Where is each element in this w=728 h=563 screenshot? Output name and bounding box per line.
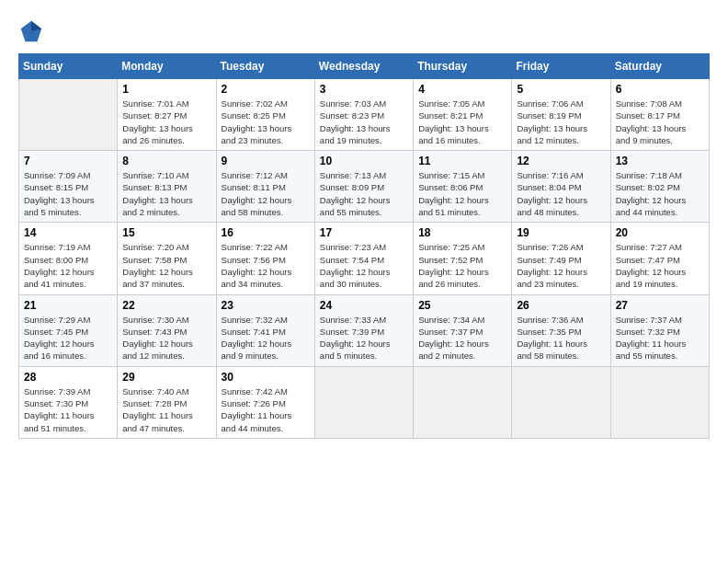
calendar-cell: 30Sunrise: 7:42 AM Sunset: 7:26 PM Dayli…: [216, 366, 314, 438]
day-info: Sunrise: 7:32 AM Sunset: 7:41 PM Dayligh…: [222, 314, 310, 362]
day-number: 25: [418, 299, 506, 312]
day-number: 7: [24, 155, 112, 167]
calendar-cell: 20Sunrise: 7:27 AM Sunset: 7:47 PM Dayli…: [610, 223, 709, 294]
calendar-table: SundayMondayTuesdayWednesdayThursdayFrid…: [18, 53, 710, 439]
calendar-week-row: 1Sunrise: 7:01 AM Sunset: 8:27 PM Daylig…: [19, 79, 710, 151]
calendar-week-row: 14Sunrise: 7:19 AM Sunset: 8:00 PM Dayli…: [19, 223, 710, 294]
day-number: 10: [320, 155, 408, 167]
calendar-week-row: 7Sunrise: 7:09 AM Sunset: 8:15 PM Daylig…: [19, 151, 710, 223]
day-info: Sunrise: 7:26 AM Sunset: 7:49 PM Dayligh…: [517, 241, 605, 290]
calendar-cell: 16Sunrise: 7:22 AM Sunset: 7:56 PM Dayli…: [216, 223, 314, 294]
calendar-cell: 1Sunrise: 7:01 AM Sunset: 8:27 PM Daylig…: [118, 79, 216, 151]
day-info: Sunrise: 7:23 AM Sunset: 7:54 PM Dayligh…: [320, 241, 408, 290]
day-number: 24: [320, 299, 408, 312]
logo-icon: [18, 18, 44, 44]
day-info: Sunrise: 7:08 AM Sunset: 8:17 PM Dayligh…: [616, 98, 704, 146]
day-info: Sunrise: 7:18 AM Sunset: 8:02 PM Dayligh…: [616, 169, 704, 218]
calendar-cell: 18Sunrise: 7:25 AM Sunset: 7:52 PM Dayli…: [414, 223, 512, 294]
day-number: 19: [517, 226, 605, 239]
calendar-cell: 8Sunrise: 7:10 AM Sunset: 8:13 PM Daylig…: [118, 151, 216, 223]
calendar-cell: 6Sunrise: 7:08 AM Sunset: 8:17 PM Daylig…: [610, 79, 709, 151]
day-info: Sunrise: 7:13 AM Sunset: 8:09 PM Dayligh…: [320, 169, 408, 218]
day-info: Sunrise: 7:40 AM Sunset: 7:28 PM Dayligh…: [122, 385, 210, 434]
day-number: 9: [222, 155, 310, 167]
calendar-cell: 17Sunrise: 7:23 AM Sunset: 7:54 PM Dayli…: [314, 223, 413, 294]
day-number: 2: [222, 83, 310, 96]
day-info: Sunrise: 7:16 AM Sunset: 8:04 PM Dayligh…: [517, 169, 605, 218]
day-number: 28: [24, 371, 112, 384]
day-number: 30: [222, 371, 310, 384]
day-number: 21: [24, 299, 112, 312]
day-info: Sunrise: 7:05 AM Sunset: 8:21 PM Dayligh…: [418, 98, 506, 146]
day-number: 8: [122, 155, 210, 167]
day-info: Sunrise: 7:06 AM Sunset: 8:19 PM Dayligh…: [517, 98, 605, 146]
calendar-cell: 11Sunrise: 7:15 AM Sunset: 8:06 PM Dayli…: [414, 151, 512, 223]
day-number: 12: [517, 155, 605, 167]
day-number: 18: [418, 226, 506, 239]
day-info: Sunrise: 7:15 AM Sunset: 8:06 PM Dayligh…: [418, 169, 506, 218]
day-info: Sunrise: 7:36 AM Sunset: 7:35 PM Dayligh…: [517, 314, 605, 362]
day-info: Sunrise: 7:20 AM Sunset: 7:58 PM Dayligh…: [122, 241, 210, 290]
page-header: [18, 18, 710, 44]
day-info: Sunrise: 7:33 AM Sunset: 7:39 PM Dayligh…: [320, 314, 408, 362]
day-info: Sunrise: 7:42 AM Sunset: 7:26 PM Dayligh…: [222, 385, 310, 434]
day-number: 4: [418, 83, 506, 96]
weekday-header: Sunday: [19, 54, 118, 79]
calendar-cell: [314, 366, 413, 438]
calendar-cell: 10Sunrise: 7:13 AM Sunset: 8:09 PM Dayli…: [314, 151, 413, 223]
day-number: 26: [517, 299, 605, 312]
weekday-header: Saturday: [610, 54, 709, 79]
weekday-header-row: SundayMondayTuesdayWednesdayThursdayFrid…: [19, 54, 710, 79]
day-info: Sunrise: 7:34 AM Sunset: 7:37 PM Dayligh…: [418, 314, 506, 362]
day-number: 11: [418, 155, 506, 167]
calendar-cell: 14Sunrise: 7:19 AM Sunset: 8:00 PM Dayli…: [19, 223, 118, 294]
calendar-week-row: 21Sunrise: 7:29 AM Sunset: 7:45 PM Dayli…: [19, 294, 710, 366]
day-number: 13: [616, 155, 704, 167]
calendar-cell: 28Sunrise: 7:39 AM Sunset: 7:30 PM Dayli…: [19, 366, 118, 438]
calendar-cell: 25Sunrise: 7:34 AM Sunset: 7:37 PM Dayli…: [414, 294, 512, 366]
day-number: 5: [517, 83, 605, 96]
day-number: 27: [616, 299, 704, 312]
day-info: Sunrise: 7:09 AM Sunset: 8:15 PM Dayligh…: [24, 169, 112, 218]
calendar-cell: 4Sunrise: 7:05 AM Sunset: 8:21 PM Daylig…: [414, 79, 512, 151]
logo: [18, 18, 48, 44]
calendar-cell: [414, 366, 512, 438]
day-number: 29: [122, 371, 210, 384]
calendar-cell: [512, 366, 610, 438]
calendar-cell: 3Sunrise: 7:03 AM Sunset: 8:23 PM Daylig…: [314, 79, 413, 151]
calendar-cell: 19Sunrise: 7:26 AM Sunset: 7:49 PM Dayli…: [512, 223, 610, 294]
calendar-cell: [610, 366, 709, 438]
day-info: Sunrise: 7:22 AM Sunset: 7:56 PM Dayligh…: [222, 241, 310, 290]
weekday-header: Tuesday: [216, 54, 314, 79]
calendar-cell: 29Sunrise: 7:40 AM Sunset: 7:28 PM Dayli…: [118, 366, 216, 438]
calendar-cell: 5Sunrise: 7:06 AM Sunset: 8:19 PM Daylig…: [512, 79, 610, 151]
day-number: 1: [122, 83, 210, 96]
day-info: Sunrise: 7:02 AM Sunset: 8:25 PM Dayligh…: [222, 98, 310, 146]
day-number: 15: [122, 226, 210, 239]
day-info: Sunrise: 7:12 AM Sunset: 8:11 PM Dayligh…: [222, 169, 310, 218]
day-number: 20: [616, 226, 704, 239]
day-info: Sunrise: 7:10 AM Sunset: 8:13 PM Dayligh…: [122, 169, 210, 218]
day-info: Sunrise: 7:27 AM Sunset: 7:47 PM Dayligh…: [616, 241, 704, 290]
day-info: Sunrise: 7:25 AM Sunset: 7:52 PM Dayligh…: [418, 241, 506, 290]
calendar-cell: 12Sunrise: 7:16 AM Sunset: 8:04 PM Dayli…: [512, 151, 610, 223]
day-number: 17: [320, 226, 408, 239]
calendar-cell: 22Sunrise: 7:30 AM Sunset: 7:43 PM Dayli…: [118, 294, 216, 366]
calendar-cell: [19, 79, 118, 151]
day-info: Sunrise: 7:19 AM Sunset: 8:00 PM Dayligh…: [24, 241, 112, 290]
day-number: 16: [222, 226, 310, 239]
day-number: 3: [320, 83, 408, 96]
day-number: 22: [122, 299, 210, 312]
day-number: 6: [616, 83, 704, 96]
calendar-cell: 26Sunrise: 7:36 AM Sunset: 7:35 PM Dayli…: [512, 294, 610, 366]
day-info: Sunrise: 7:30 AM Sunset: 7:43 PM Dayligh…: [122, 314, 210, 362]
weekday-header: Wednesday: [314, 54, 413, 79]
day-info: Sunrise: 7:03 AM Sunset: 8:23 PM Dayligh…: [320, 98, 408, 146]
day-number: 14: [24, 226, 112, 239]
calendar-cell: 7Sunrise: 7:09 AM Sunset: 8:15 PM Daylig…: [19, 151, 118, 223]
day-info: Sunrise: 7:37 AM Sunset: 7:32 PM Dayligh…: [616, 314, 704, 362]
weekday-header: Thursday: [414, 54, 512, 79]
calendar-cell: 2Sunrise: 7:02 AM Sunset: 8:25 PM Daylig…: [216, 79, 314, 151]
calendar-cell: 23Sunrise: 7:32 AM Sunset: 7:41 PM Dayli…: [216, 294, 314, 366]
calendar-cell: 15Sunrise: 7:20 AM Sunset: 7:58 PM Dayli…: [118, 223, 216, 294]
